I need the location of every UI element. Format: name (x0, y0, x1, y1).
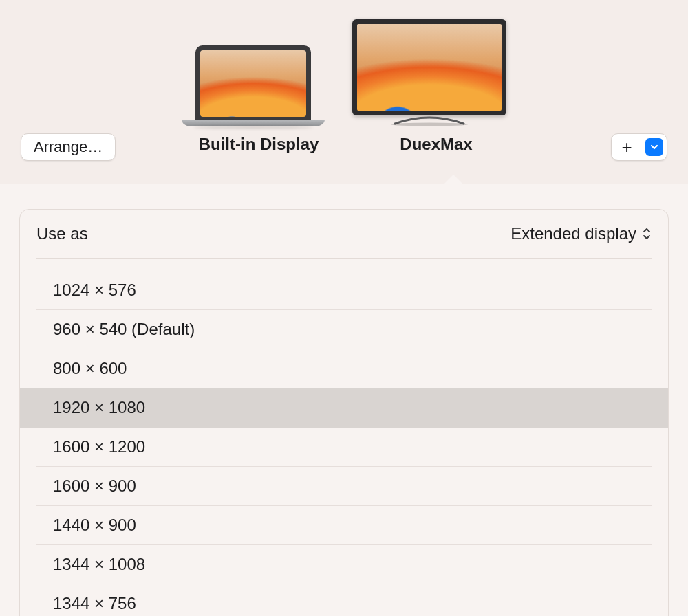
external-display-label: DuexMax (374, 135, 498, 154)
plus-icon: + (621, 137, 632, 158)
resolution-option[interactable]: 800 × 600 (36, 349, 652, 388)
use-as-popup-button[interactable]: Extended display (510, 224, 652, 243)
use-as-label: Use as (36, 224, 88, 243)
selected-display-indicator (444, 175, 463, 184)
add-display-menu-button[interactable] (642, 134, 667, 160)
resolution-option[interactable]: 1600 × 900 (36, 467, 652, 506)
use-as-value: Extended display (510, 224, 636, 243)
resolution-option[interactable]: 1024 × 576 (36, 271, 652, 310)
resolution-option[interactable]: 1440 × 900 (36, 506, 652, 545)
display-settings-panel: Use as Extended display 1024 × 576960 × … (19, 209, 669, 616)
settings-area: Use as Extended display 1024 × 576960 × … (0, 184, 688, 616)
resolution-list: 1024 × 576960 × 540 (Default)800 × 60019… (20, 258, 668, 616)
arrange-button-label: Arrange… (34, 138, 103, 156)
builtin-display-thumbnail[interactable] (182, 45, 325, 126)
resolution-option[interactable]: 1920 × 1080 (20, 388, 668, 428)
resolution-option[interactable]: 1344 × 756 (36, 584, 652, 616)
up-down-chevron-icon (642, 227, 652, 241)
laptop-icon (195, 45, 311, 120)
chevron-down-icon (645, 138, 663, 156)
display-icons-row (0, 19, 688, 126)
add-display-control: + (611, 133, 667, 161)
resolution-option[interactable]: 1344 × 1008 (36, 545, 652, 584)
svg-point-0 (391, 123, 468, 126)
wallpaper-icon (357, 24, 502, 111)
add-display-button[interactable]: + (612, 134, 642, 160)
builtin-display-label: Built-in Display (190, 135, 327, 154)
monitor-icon (352, 19, 506, 116)
use-as-row: Use as Extended display (20, 210, 668, 258)
resolution-option[interactable]: 960 × 540 (Default) (36, 310, 652, 349)
external-display-thumbnail[interactable] (352, 19, 506, 126)
arrange-button[interactable]: Arrange… (21, 133, 116, 161)
displays-header: Built-in Display DuexMax Arrange… + (0, 0, 688, 184)
resolution-option[interactable]: 1600 × 1200 (36, 428, 652, 467)
monitor-stand-icon (388, 116, 471, 126)
wallpaper-icon (200, 50, 306, 117)
